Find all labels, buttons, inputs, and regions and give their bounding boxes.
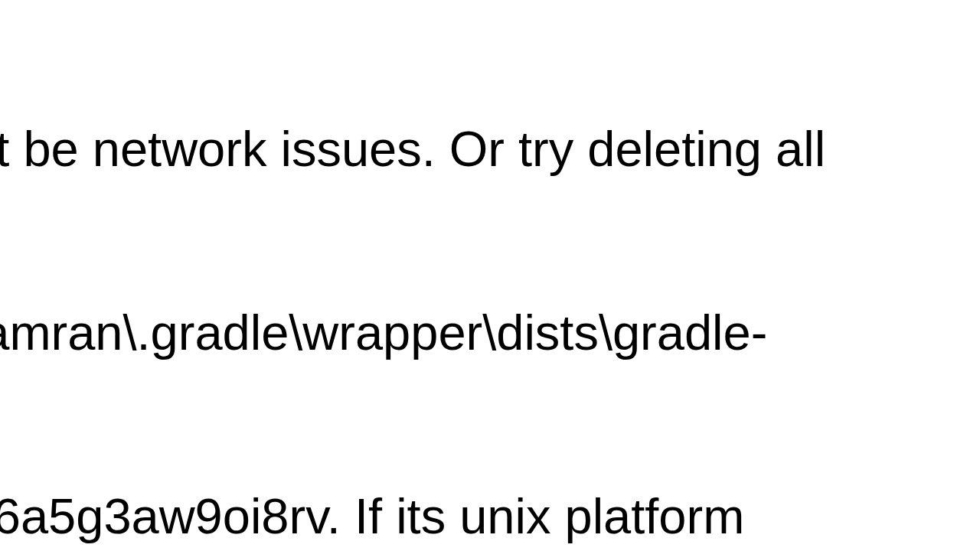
text-line: ahxiiecdb76a5g3aw9oi8rv. If its unix pla… — [0, 486, 980, 547]
text-line: ammad_Kamran\.gradle\wrapper\dists\gradl… — [0, 302, 980, 364]
document-text-block: also : Might be network issues. Or try d… — [0, 0, 980, 551]
text-line: also : Might be network issues. Or try d… — [0, 119, 980, 180]
